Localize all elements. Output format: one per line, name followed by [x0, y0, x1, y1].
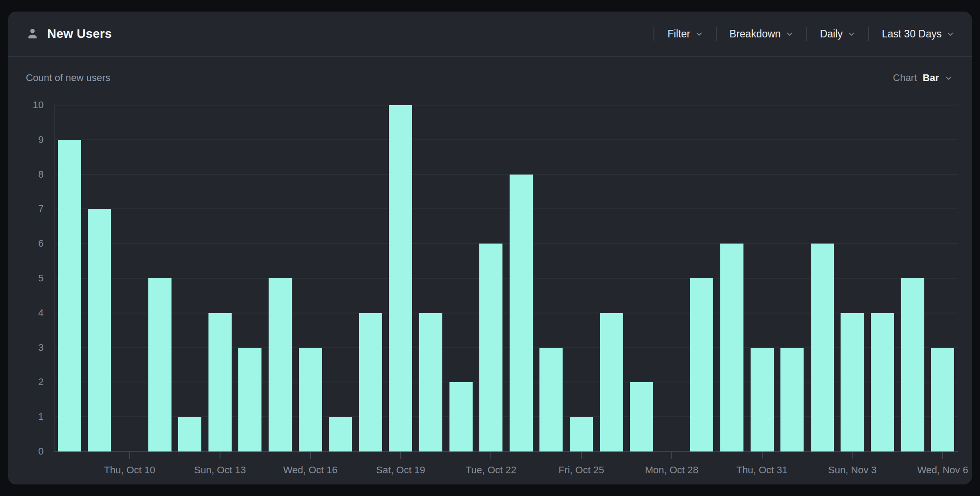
daily-dropdown[interactable]: Daily: [820, 28, 855, 40]
gridline: [54, 139, 958, 140]
control-separator: [868, 27, 869, 41]
control-separator: [806, 27, 807, 41]
chevron-down-icon: [945, 74, 952, 82]
gridline: [54, 174, 958, 175]
bar[interactable]: [931, 348, 954, 451]
x-axis-label: Thu, Oct 10: [104, 464, 155, 476]
y-axis-label: 3: [38, 343, 44, 353]
x-axis-tick: [671, 451, 672, 459]
y-axis-label: 10: [33, 100, 44, 110]
bar[interactable]: [510, 175, 533, 451]
bar[interactable]: [389, 105, 412, 451]
bar[interactable]: [780, 348, 804, 451]
x-axis-tick: [490, 451, 491, 459]
y-axis-label: 7: [38, 204, 44, 214]
x-axis-label: Mon, Oct 28: [645, 464, 698, 476]
x-axis-label: Sun, Nov 3: [828, 464, 877, 476]
y-axis-label: 4: [38, 308, 44, 318]
chevron-down-icon: [848, 30, 855, 38]
x-axis-label: Wed, Oct 16: [283, 464, 338, 476]
chart-type-value: Bar: [923, 72, 939, 84]
x-axis-tick: [581, 451, 582, 459]
bar[interactable]: [238, 348, 261, 451]
bar[interactable]: [751, 348, 774, 451]
bar[interactable]: [871, 313, 894, 451]
gridline: [54, 105, 958, 106]
bar[interactable]: [178, 417, 201, 451]
bar[interactable]: [148, 278, 172, 451]
x-axis-label: Sun, Oct 13: [194, 464, 246, 476]
gridline: [54, 208, 958, 209]
new-users-card: New Users FilterBreakdownDailyLast 30 Da…: [8, 12, 972, 484]
dropdown-label: Filter: [667, 28, 690, 40]
bar[interactable]: [88, 209, 111, 451]
chart-subheader: Count of new users Chart Bar: [8, 57, 972, 85]
x-axis-label: Thu, Oct 31: [736, 464, 788, 476]
y-axis-label: 5: [38, 273, 44, 283]
chart-type-caption: Chart: [893, 72, 917, 84]
x-axis-tick: [400, 451, 401, 459]
bar[interactable]: [299, 348, 322, 451]
bar[interactable]: [479, 244, 502, 451]
card-header: New Users FilterBreakdownDailyLast 30 Da…: [8, 12, 972, 57]
x-axis-label: Fri, Oct 25: [559, 464, 604, 476]
x-axis-tick: [762, 451, 763, 459]
x-axis-label: Wed, Nov 6: [917, 464, 968, 476]
x-axis-tick: [942, 451, 943, 459]
bar[interactable]: [901, 278, 924, 451]
y-axis-label: 1: [38, 412, 44, 422]
header-controls: FilterBreakdownDailyLast 30 Days: [653, 27, 957, 41]
bar[interactable]: [449, 382, 473, 451]
bar[interactable]: [690, 278, 713, 451]
metric-label: Count of new users: [26, 72, 110, 84]
dropdown-label: Breakdown: [730, 28, 781, 40]
last-30-days-dropdown[interactable]: Last 30 Days: [882, 28, 954, 40]
user-icon: [26, 27, 39, 41]
bar[interactable]: [58, 140, 81, 451]
y-axis-label: 2: [38, 377, 44, 387]
chevron-down-icon: [786, 30, 793, 38]
bar[interactable]: [208, 313, 232, 451]
bar-chart: 012345678910Thu, Oct 10Sun, Oct 13Wed, O…: [54, 105, 958, 451]
card-header-left: New Users: [26, 27, 112, 41]
x-axis-label: Sat, Oct 19: [376, 464, 425, 476]
x-axis-tick: [129, 451, 130, 459]
bar[interactable]: [811, 244, 834, 451]
bar[interactable]: [329, 417, 352, 451]
y-axis-label: 8: [38, 170, 44, 179]
page-title: New Users: [47, 27, 112, 41]
bar[interactable]: [720, 244, 743, 451]
bar[interactable]: [570, 417, 593, 451]
y-axis-label: 0: [38, 447, 44, 456]
chevron-down-icon: [947, 30, 954, 38]
dropdown-label: Daily: [820, 28, 843, 40]
bar[interactable]: [539, 348, 563, 451]
dropdown-label: Last 30 Days: [882, 28, 942, 40]
bar[interactable]: [841, 313, 864, 451]
x-axis-tick: [852, 451, 853, 459]
y-axis-label: 6: [38, 239, 44, 248]
chevron-down-icon: [695, 30, 703, 38]
control-separator: [716, 27, 717, 41]
chart-type-selector[interactable]: Chart Bar: [893, 72, 952, 84]
bar[interactable]: [600, 313, 623, 451]
bar[interactable]: [269, 278, 292, 451]
filter-dropdown[interactable]: Filter: [667, 28, 702, 40]
x-axis-label: Tue, Oct 22: [466, 464, 516, 476]
x-axis-tick: [220, 451, 220, 459]
bar[interactable]: [630, 382, 653, 451]
bar[interactable]: [359, 313, 382, 451]
control-separator: [653, 27, 654, 41]
x-axis-tick: [310, 451, 311, 459]
bar[interactable]: [419, 313, 442, 451]
y-axis-label: 9: [38, 135, 44, 145]
breakdown-dropdown[interactable]: Breakdown: [730, 28, 793, 40]
